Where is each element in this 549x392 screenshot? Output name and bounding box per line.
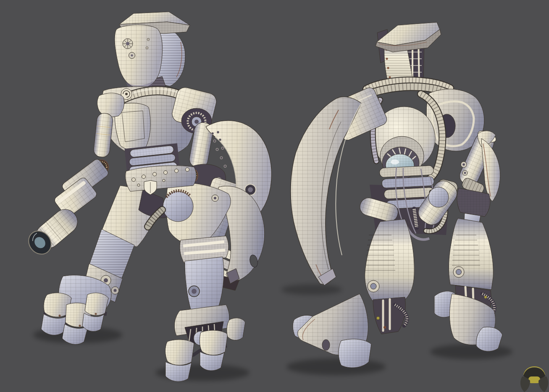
render-viewport [0, 0, 549, 392]
studio-logo-icon [520, 367, 548, 392]
yellow-fitting [376, 316, 380, 320]
mech-back-figure [281, 22, 512, 375]
artwork-canvas [0, 0, 549, 392]
head-front [115, 12, 190, 96]
foot-port [322, 340, 330, 350]
mech-front-figure [24, 12, 271, 382]
